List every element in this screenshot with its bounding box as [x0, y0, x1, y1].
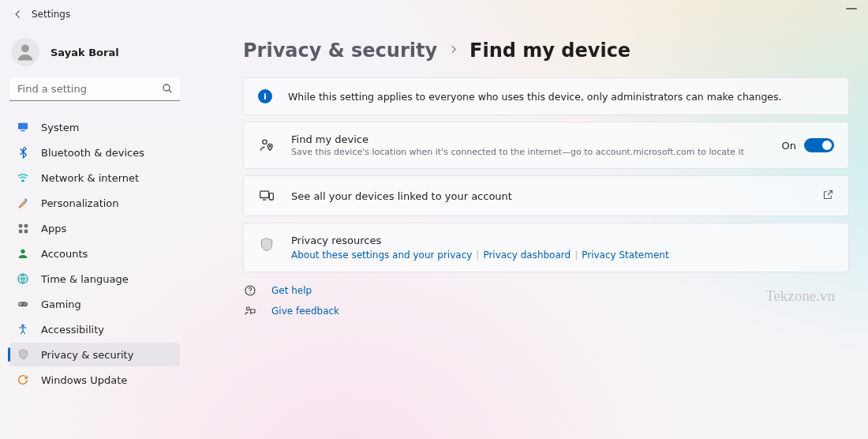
svg-rect-8 — [24, 229, 27, 232]
get-help[interactable]: Get help — [243, 283, 849, 298]
sidebar-item-brush[interactable]: Personalization — [9, 191, 180, 215]
sidebar-item-account[interactable]: Accounts — [9, 242, 180, 265]
sidebar-item-label: Time & language — [41, 273, 129, 285]
globe-icon — [16, 272, 30, 286]
svg-point-12 — [25, 303, 27, 305]
svg-point-15 — [269, 145, 271, 147]
svg-rect-5 — [18, 223, 21, 227]
sidebar-item-gaming[interactable]: Gaming — [9, 292, 180, 316]
resources-links: About these settings and your privacy|Pr… — [291, 250, 834, 261]
user-name: Sayak Boral — [51, 47, 119, 58]
svg-rect-6 — [24, 223, 27, 227]
open-external-icon — [822, 189, 834, 204]
search-icon[interactable] — [161, 82, 174, 95]
update-icon — [16, 373, 30, 387]
svg-point-0 — [21, 44, 29, 52]
sidebar-item-wifi[interactable]: Network & internet — [9, 166, 180, 189]
sidebar-item-label: Privacy & security — [41, 349, 133, 361]
sidebar-item-label: Accessibility — [41, 324, 104, 336]
info-banner: i While this setting applies to everyone… — [243, 77, 849, 115]
watermark: Tekzone.vn — [765, 287, 835, 305]
svg-rect-2 — [18, 123, 28, 129]
svg-point-19 — [249, 292, 250, 293]
sidebar-item-label: Accounts — [41, 248, 88, 260]
breadcrumb: Privacy & security Find my device — [243, 39, 849, 62]
window-title: Settings — [32, 9, 70, 20]
sidebar-item-update[interactable]: Windows Update — [9, 368, 180, 392]
svg-point-1 — [163, 84, 170, 91]
gaming-icon — [16, 297, 30, 311]
apps-icon — [16, 221, 30, 235]
toggle-state-label: On — [782, 140, 796, 152]
sidebar-item-label: Bluetooth & devices — [41, 147, 144, 159]
sidebar-item-shield[interactable]: Privacy & security — [9, 343, 180, 366]
see-all-devices-card[interactable]: See all your devices linked to your acco… — [243, 175, 849, 216]
feedback-icon — [243, 304, 257, 318]
sidebar-nav: SystemBluetooth & devicesNetwork & inter… — [9, 115, 180, 392]
account-icon — [16, 246, 30, 261]
bluetooth-icon — [16, 145, 30, 159]
sidebar-item-label: Personalization — [41, 197, 119, 209]
accessibility-icon — [16, 322, 30, 336]
sidebar-item-bluetooth[interactable]: Bluetooth & devices — [9, 141, 180, 164]
svg-point-4 — [22, 180, 24, 182]
sidebar: Sayak Boral SystemBluetooth & devicesNet… — [0, 28, 189, 439]
svg-point-13 — [22, 325, 24, 327]
back-icon[interactable] — [11, 7, 25, 21]
help-icon — [243, 283, 257, 298]
fmd-toggle[interactable] — [804, 138, 834, 152]
system-icon — [16, 120, 30, 134]
get-help-label: Get help — [271, 285, 312, 296]
devices-icon — [258, 187, 275, 204]
give-feedback-label: Give feedback — [271, 306, 339, 317]
give-feedback[interactable]: Give feedback — [243, 304, 849, 318]
sidebar-item-label: Apps — [41, 223, 66, 235]
sidebar-item-label: Windows Update — [41, 374, 127, 386]
link-about[interactable]: About these settings and your privacy — [291, 250, 472, 261]
svg-rect-3 — [21, 130, 24, 131]
fmd-desc: Save this device's location when it's co… — [291, 147, 766, 157]
page-actions: Get help Give feedback — [243, 283, 849, 318]
search-input[interactable] — [9, 77, 180, 101]
svg-point-20 — [246, 307, 249, 310]
chevron-right-icon — [448, 44, 458, 57]
fmd-title: Find my device — [291, 133, 766, 145]
svg-rect-7 — [18, 229, 21, 232]
breadcrumb-parent[interactable]: Privacy & security — [243, 39, 437, 62]
person-location-icon — [258, 137, 275, 154]
wifi-icon — [16, 171, 30, 185]
svg-rect-17 — [269, 193, 273, 200]
sidebar-item-label: System — [41, 122, 79, 133]
svg-rect-16 — [260, 191, 269, 197]
see-all-text: See all your devices linked to your acco… — [291, 190, 806, 202]
svg-point-9 — [21, 250, 24, 253]
sidebar-item-accessibility[interactable]: Accessibility — [9, 317, 180, 341]
sidebar-item-globe[interactable]: Time & language — [9, 267, 180, 291]
info-text: While this setting applies to everyone w… — [288, 91, 834, 103]
titlebar: Settings — [0, 0, 868, 28]
user-row[interactable]: Sayak Boral — [9, 33, 180, 77]
sidebar-item-apps[interactable]: Apps — [9, 216, 180, 240]
brush-icon — [16, 196, 30, 210]
privacy-resources-card: Privacy resources About these settings a… — [243, 223, 849, 272]
main: Privacy & security Find my device i Whil… — [189, 28, 868, 439]
svg-point-14 — [263, 140, 267, 144]
sidebar-item-label: Gaming — [41, 298, 81, 310]
minimize-icon[interactable] — [846, 8, 857, 9]
find-my-device-card: Find my device Save this device's locati… — [243, 122, 849, 169]
link-dashboard[interactable]: Privacy dashboard — [483, 250, 571, 261]
link-statement[interactable]: Privacy Statement — [582, 250, 668, 261]
sidebar-item-label: Network & internet — [41, 172, 139, 184]
shield-icon — [258, 236, 275, 253]
sidebar-item-system[interactable]: System — [9, 115, 180, 139]
info-icon: i — [258, 89, 272, 103]
breadcrumb-current: Find my device — [470, 39, 630, 62]
search-wrap — [9, 77, 180, 101]
avatar — [11, 38, 39, 66]
resources-title: Privacy resources — [291, 235, 834, 246]
shield-icon — [16, 347, 30, 362]
